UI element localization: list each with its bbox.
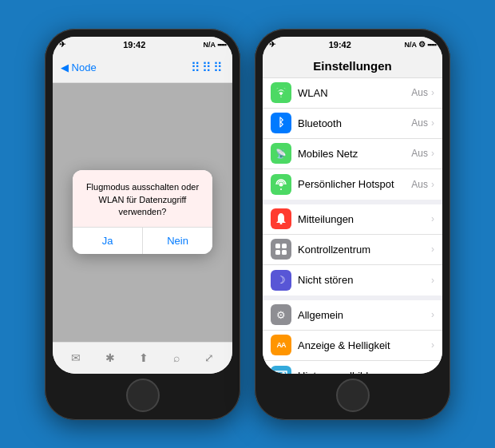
settings-title: Einstellungen — [263, 59, 442, 73]
mitteilungen-label: Mitteilungen — [298, 213, 428, 225]
mobile-label: Mobiles Netz — [298, 148, 411, 160]
svg-rect-4 — [282, 244, 287, 248]
hotspot-value: Aus — [411, 179, 428, 190]
right-phone: ✈ 19:42 N/A ⚙ ▪▪▪▪▪ Einstellungen — [255, 29, 450, 420]
settings-row-wlan[interactable]: WLAN Aus › — [263, 78, 442, 109]
svg-rect-2 — [280, 223, 283, 224]
svg-rect-6 — [282, 250, 287, 255]
left-content: Flugmodus ausschalten oder WLAN für Date… — [53, 83, 232, 342]
settings-row-bluetooth[interactable]: ᛒ Bluetooth Aus › — [263, 109, 442, 139]
status-right: N/A ▪▪▪▪▪ — [204, 41, 226, 49]
right-status-time: 19:42 — [329, 40, 351, 50]
grid-dots-button[interactable]: ⠿⠿⠿ — [191, 60, 224, 75]
right-status-left: ✈ — [269, 40, 275, 49]
bluetooth-value: Aus — [411, 117, 428, 129]
bluetooth-chevron: › — [431, 117, 434, 129]
status-time: 19:42 — [123, 40, 145, 50]
right-status-bar: ✈ 19:42 N/A ⚙ ▪▪▪▪▪ — [263, 37, 442, 53]
left-status-bar: ✈ 19:42 N/A ▪▪▪▪▪ — [53, 37, 232, 53]
right-gear-icon: ⚙ — [418, 40, 426, 49]
hintergrundbild-chevron: › — [431, 371, 434, 374]
signal-icon: ▪▪▪▪▪ — [217, 41, 226, 49]
settings-row-hotspot[interactable]: Persönlicher Hotspot Aus › — [263, 169, 442, 200]
settings-section-notifications: Mitteilungen › Kontrollzentrum — [263, 204, 442, 295]
general-icon: ⚙ — [271, 304, 291, 325]
bluetooth-icon: ᛒ — [271, 113, 291, 133]
mobile-icon: 📡 — [271, 143, 291, 164]
airplane-icon: ✈ — [59, 40, 65, 49]
settings-section-general: ⚙ Allgemein › AA Anzeige & Helligkeit › — [263, 300, 442, 374]
wlan-value: Aus — [411, 87, 428, 98]
right-screen: ✈ 19:42 N/A ⚙ ▪▪▪▪▪ Einstellungen — [263, 37, 442, 374]
notifications-icon — [271, 208, 291, 229]
allgemein-label: Allgemein — [298, 309, 428, 321]
settings-row-hintergrundbild[interactable]: Hintergrundbild › — [263, 361, 442, 374]
home-button[interactable] — [126, 379, 160, 412]
hotspot-icon — [271, 174, 291, 195]
svg-rect-5 — [275, 250, 280, 255]
left-nav-bar: ◀ Node ⠿⠿⠿ — [53, 53, 232, 83]
na-label: N/A — [204, 41, 216, 49]
dnd-icon: ☽ — [271, 270, 291, 291]
settings-row-nicht-storen[interactable]: ☽ Nicht stören › — [263, 265, 442, 295]
wlan-chevron: › — [431, 87, 434, 98]
svg-point-0 — [279, 182, 283, 186]
allgemein-chevron: › — [431, 309, 434, 320]
share-icon[interactable]: ⬆ — [139, 351, 148, 364]
settings-section-network: WLAN Aus › ᛒ Bluetooth Aus › 📡 Mobiles N… — [263, 78, 442, 200]
kontrollzentrum-label: Kontrollzentrum — [298, 244, 428, 256]
alert-dialog: Flugmodus ausschalten oder WLAN für Date… — [73, 170, 212, 253]
right-na-label: N/A — [405, 41, 418, 49]
control-center-icon — [271, 239, 291, 260]
settings-row-anzeige[interactable]: AA Anzeige & Helligkeit › — [263, 331, 442, 361]
right-status-right: N/A ⚙ ▪▪▪▪▪ — [405, 40, 436, 49]
left-phone: ✈ 19:42 N/A ▪▪▪▪▪ ◀ Node ⠿⠿⠿ Flugmodus a… — [45, 29, 240, 420]
wallpaper-icon — [271, 366, 291, 374]
svg-point-7 — [282, 372, 285, 374]
hotspot-label: Persönlicher Hotspot — [298, 178, 411, 190]
nicht-storen-chevron: › — [431, 275, 434, 286]
alert-yes-button[interactable]: Ja — [73, 228, 143, 254]
alert-body: Flugmodus ausschalten oder WLAN für Date… — [73, 170, 212, 226]
left-screen: ✈ 19:42 N/A ▪▪▪▪▪ ◀ Node ⠿⠿⠿ Flugmodus a… — [53, 37, 232, 374]
settings-row-kontrollzentrum[interactable]: Kontrollzentrum › — [263, 235, 442, 265]
hotspot-chevron: › — [431, 179, 434, 190]
status-left: ✈ — [59, 40, 65, 49]
mail-icon[interactable]: ✉ — [71, 351, 81, 364]
right-home-button[interactable] — [336, 379, 370, 412]
settings-list: WLAN Aus › ᛒ Bluetooth Aus › 📡 Mobiles N… — [263, 78, 442, 374]
search-icon[interactable]: ⌕ — [173, 351, 180, 364]
right-airplane-icon: ✈ — [269, 40, 275, 49]
wlan-icon — [271, 82, 291, 103]
hintergrundbild-label: Hintergrundbild — [298, 370, 428, 374]
settings-row-mitteilungen[interactable]: Mitteilungen › — [263, 204, 442, 235]
kontrollzentrum-chevron: › — [431, 244, 434, 255]
mobile-chevron: › — [431, 148, 434, 159]
back-button[interactable]: ◀ Node — [61, 61, 97, 73]
alert-text: Flugmodus ausschalten oder WLAN für Date… — [82, 181, 203, 218]
right-signal-icon: ▪▪▪▪▪ — [427, 41, 436, 49]
alert-no-button[interactable]: Nein — [143, 228, 212, 254]
settings-header: Einstellungen — [263, 53, 442, 78]
settings-row-mobile[interactable]: 📡 Mobiles Netz Aus › — [263, 139, 442, 169]
expand-icon[interactable]: ⤢ — [204, 351, 214, 364]
bluetooth-label: Bluetooth — [298, 117, 411, 129]
settings-icon[interactable]: ✱ — [105, 351, 115, 364]
wlan-label: WLAN — [298, 87, 411, 99]
display-icon: AA — [271, 335, 291, 355]
anzeige-chevron: › — [431, 339, 434, 351]
svg-rect-3 — [275, 244, 280, 248]
settings-row-allgemein[interactable]: ⚙ Allgemein › — [263, 300, 442, 331]
nicht-storen-label: Nicht stören — [298, 274, 428, 286]
left-toolbar: ✉ ✱ ⬆ ⌕ ⤢ — [53, 342, 232, 374]
alert-overlay: Flugmodus ausschalten oder WLAN für Date… — [53, 83, 232, 342]
anzeige-label: Anzeige & Helligkeit — [298, 339, 428, 351]
alert-buttons: Ja Nein — [73, 227, 212, 254]
mitteilungen-chevron: › — [431, 213, 434, 224]
mobile-value: Aus — [411, 148, 428, 159]
